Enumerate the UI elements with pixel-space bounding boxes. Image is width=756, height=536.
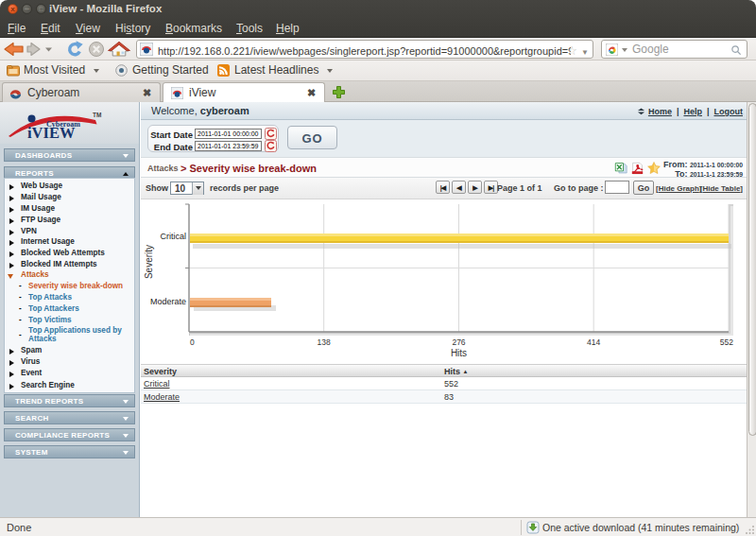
svg-text:414: 414 bbox=[587, 337, 600, 347]
svg-text:iVIEW: iVIEW bbox=[27, 124, 76, 142]
svg-text:Hits: Hits bbox=[451, 348, 467, 358]
svg-text:Moderate: Moderate bbox=[150, 297, 186, 306]
svg-text:Critical: Critical bbox=[160, 232, 186, 241]
svg-text:TM: TM bbox=[93, 112, 101, 118]
svg-text:276: 276 bbox=[452, 337, 465, 347]
svg-text:138: 138 bbox=[318, 337, 331, 347]
svg-text:0: 0 bbox=[190, 337, 195, 347]
svg-text:Severity: Severity bbox=[144, 245, 154, 279]
svg-text:552: 552 bbox=[720, 337, 733, 347]
